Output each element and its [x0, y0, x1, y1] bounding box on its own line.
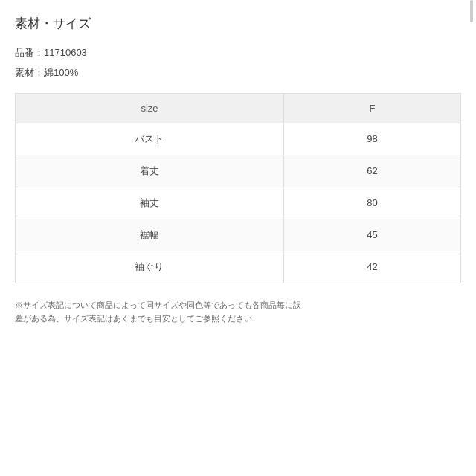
row-value: 62	[283, 155, 460, 187]
note-line-1: ※サイズ表記について商品によって同サイズや同色等であっても各商品毎に誤	[15, 298, 461, 312]
section-title: 素材・サイズ	[15, 15, 461, 32]
product-number-label: 品番：	[15, 47, 44, 58]
row-label: 袖ぐり	[16, 251, 284, 283]
table-row: 袖丈80	[16, 187, 461, 219]
scrollbar[interactable]	[470, 0, 473, 22]
material-label: 素材：	[15, 67, 44, 78]
row-label: 袖丈	[16, 187, 284, 219]
material-value: 綿100%	[44, 67, 78, 78]
product-number-value: 11710603	[44, 47, 87, 58]
note-line-2: 差がある為、サイズ表記はあくまでも目安としてご参照ください	[15, 312, 461, 326]
table-row: バスト98	[16, 123, 461, 155]
table-row: 裾幅45	[16, 219, 461, 251]
row-value: 98	[283, 123, 460, 155]
row-value: 45	[283, 219, 460, 251]
row-value: 42	[283, 251, 460, 283]
table-header-row: size F	[16, 93, 461, 123]
row-label: バスト	[16, 123, 284, 155]
table-row: 袖ぐり42	[16, 251, 461, 283]
product-number-line: 品番：11710603	[15, 45, 461, 61]
col-f-header: F	[283, 93, 460, 123]
row-label: 着丈	[16, 155, 284, 187]
page-container: 素材・サイズ 品番：11710603 素材：綿100% size F バスト98…	[0, 0, 476, 476]
material-line: 素材：綿100%	[15, 65, 461, 81]
row-value: 80	[283, 187, 460, 219]
row-label: 裾幅	[16, 219, 284, 251]
size-table: size F バスト98着丈62袖丈80裾幅45袖ぐり42	[15, 93, 461, 283]
col-size-header: size	[16, 93, 284, 123]
info-block: 品番：11710603 素材：綿100%	[15, 45, 461, 81]
note-block: ※サイズ表記について商品によって同サイズや同色等であっても各商品毎に誤 差がある…	[15, 298, 461, 326]
table-row: 着丈62	[16, 155, 461, 187]
